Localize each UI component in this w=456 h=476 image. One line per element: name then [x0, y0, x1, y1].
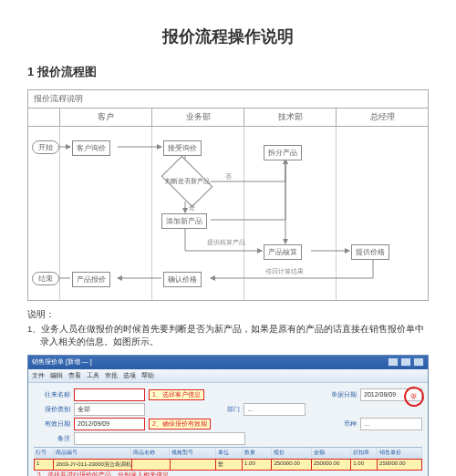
- window-title: 销售报价单 [新增 — ]: [32, 357, 92, 367]
- label-remark: 备注: [34, 434, 70, 443]
- col-quote[interactable]: 报价: [272, 448, 312, 459]
- currency-input[interactable]: …: [360, 418, 422, 430]
- node-split: 拆分产品: [264, 145, 302, 160]
- lane-customer: 客户: [60, 109, 151, 126]
- col-spec[interactable]: 规格型号: [170, 448, 216, 459]
- menu-tools[interactable]: 工具: [87, 371, 99, 380]
- menu-file[interactable]: 文件: [32, 371, 45, 380]
- cell-unit[interactable]: 套: [216, 459, 243, 471]
- lane-tech: 技术部: [244, 109, 336, 126]
- end-node: 结束: [32, 272, 59, 285]
- valid-date-input[interactable]: 2012/09/09: [74, 418, 145, 430]
- label-valid-date: 有效日期: [34, 419, 70, 429]
- col-code[interactable]: 商品编号: [54, 448, 132, 459]
- data-grid: 行号 商品编号 商品名称 规格型号 单位 数量 报价 金额 折扣率 销售单价 1…: [34, 447, 422, 477]
- note-1: 1、业务人员在做报价的时候首先要判断是否为新产品，如果是原有的产品的话直接在销售…: [27, 323, 429, 349]
- swimlane-header: 客户 业务部 技术部 总经理: [28, 109, 428, 127]
- minimize-icon[interactable]: [388, 357, 399, 367]
- dept-input[interactable]: …: [244, 403, 306, 416]
- node-product-quote: 产品报价: [72, 272, 110, 287]
- col-discount[interactable]: 折扣率: [351, 448, 378, 459]
- form-area: 审 往来名称 1、选择客户信息 单据日期 2012/08/09 报价类别 全部 …: [28, 383, 428, 477]
- node-customer-inquiry: 客户询价: [72, 140, 110, 156]
- edge-provide-cost: 提供核算产品: [207, 238, 245, 247]
- close-icon[interactable]: [413, 357, 424, 367]
- edge-no: 否: [225, 172, 232, 181]
- callout-3: 3、选择要进行报价的产品，分别录入相关信息: [34, 471, 422, 477]
- app-window: 销售报价单 [新增 — ] 文件 编辑 查看 工具 审批 选项 帮助 审 往来名…: [27, 355, 429, 477]
- col-unit[interactable]: 单位: [216, 448, 243, 459]
- label-currency: 币种: [320, 419, 357, 429]
- edge-return-calc: 传回计算结果: [265, 267, 304, 276]
- callout-1: 1、选择客户信息: [149, 389, 204, 400]
- lane-gm: 总经理: [336, 109, 428, 126]
- start-node: 开始: [32, 140, 59, 154]
- quote-type-input[interactable]: 全部: [74, 403, 145, 416]
- menu-edit[interactable]: 编辑: [50, 371, 63, 380]
- page-title: 报价流程操作说明: [27, 26, 429, 47]
- cell-price[interactable]: 250000.00: [378, 459, 422, 471]
- label-doc-date: 单据日期: [320, 390, 357, 399]
- cell-discount[interactable]: 1.00: [351, 459, 378, 471]
- menu-approve[interactable]: 审批: [105, 371, 118, 380]
- col-qty[interactable]: 数量: [243, 448, 273, 459]
- cell-code[interactable]: 2003-JY-011-23000混合装调机GG: [54, 459, 131, 471]
- remark-input[interactable]: [74, 432, 245, 445]
- callout-2: 2、确保报价有效期: [149, 419, 211, 429]
- cell-quote[interactable]: 250000.00: [272, 459, 311, 471]
- cell-name[interactable]: [132, 459, 171, 471]
- window-controls[interactable]: [386, 357, 424, 367]
- menu-view[interactable]: 查看: [68, 371, 81, 380]
- label-dept: 部门: [203, 405, 240, 414]
- node-provide-price: 提供价格: [351, 244, 389, 260]
- cell-spec[interactable]: [171, 459, 217, 471]
- flowchart-container: 报价流程说明 客户 业务部 技术部 总经理: [27, 89, 429, 301]
- lane-business: 业务部: [151, 109, 244, 126]
- menu-help[interactable]: 帮助: [141, 371, 154, 380]
- col-amount[interactable]: 金额: [312, 448, 352, 459]
- cell-qty[interactable]: 1.00: [243, 459, 272, 471]
- notes-label: 说明：: [27, 308, 429, 321]
- window-titlebar: 销售报价单 [新增 — ]: [28, 356, 428, 369]
- maximize-icon[interactable]: [400, 357, 411, 367]
- label-customer: 往来名称: [34, 390, 70, 399]
- node-confirm-price: 确认价格: [163, 272, 202, 287]
- customer-input[interactable]: [74, 388, 145, 401]
- col-name[interactable]: 商品名称: [131, 448, 170, 459]
- label-quote-type: 报价类别: [34, 405, 70, 414]
- node-cost: 产品核算: [264, 244, 302, 260]
- grid-header: 行号 商品编号 商品名称 规格型号 单位 数量 报价 金额 折扣率 销售单价: [34, 448, 422, 459]
- menu-options[interactable]: 选项: [123, 371, 136, 380]
- edge-yes: 是: [189, 203, 195, 212]
- node-add-new: 添加新产品: [161, 213, 207, 229]
- flowchart-title: 报价流程说明: [28, 90, 428, 109]
- cell-rownum[interactable]: 1: [34, 459, 54, 471]
- cell-amount[interactable]: 250000.00: [312, 459, 351, 471]
- col-rownum[interactable]: 行号: [34, 448, 54, 459]
- col-price[interactable]: 销售单价: [378, 448, 422, 459]
- swimlane-body: 开始 客户询价 接受询价 判断是否新产品 拆分产品 添加新产品 产品核算 提供价…: [28, 127, 428, 300]
- section-heading-1: 1 报价流程图: [27, 64, 429, 80]
- menubar[interactable]: 文件 编辑 查看 工具 审批 选项 帮助: [28, 369, 428, 383]
- table-row[interactable]: 1 2003-JY-011-23000混合装调机GG 套 1.00 250000…: [34, 459, 422, 471]
- node-receive-inquiry: 接受询价: [163, 140, 202, 156]
